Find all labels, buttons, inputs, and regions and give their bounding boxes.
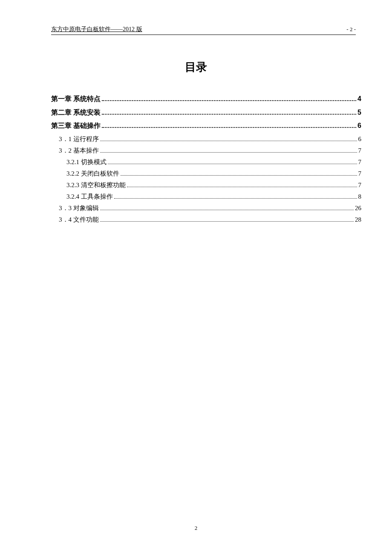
- toc-dots: [102, 122, 356, 128]
- toc-entry-label: 3.2.3 清空和板擦功能: [66, 180, 126, 190]
- toc-entry-label: 3．2 基本操作: [59, 145, 99, 156]
- toc-entry-label: 3．1 运行程序: [59, 134, 99, 144]
- toc-dots: [108, 159, 357, 164]
- toc-entry-label: 3.2.4 工具条操作: [66, 191, 113, 202]
- document-header: 东方中原电子白板软件——2012 版 - 2 -: [51, 26, 356, 35]
- toc-entry-page: 4: [357, 93, 361, 104]
- table-of-contents: 第一章 系统特点 4 第二章 系统安装 5 第三章 基础操作 6 3．1 运行程…: [51, 92, 361, 226]
- toc-entry: 第三章 基础操作 6: [51, 120, 361, 131]
- toc-entry-label: 第二章 系统安装: [51, 107, 101, 118]
- footer-page-number: 2: [0, 525, 392, 532]
- toc-entry-page: 7: [358, 157, 362, 167]
- toc-entry: 3．1 运行程序 6: [51, 134, 361, 144]
- toc-entry: 3．3 对象编辑 26: [51, 203, 361, 213]
- toc-entry-label: 3.2.2 关闭白板软件: [66, 168, 119, 179]
- toc-entry-page: 8: [358, 191, 362, 202]
- toc-entry: 第二章 系统安装 5: [51, 107, 361, 118]
- header-title: 东方中原电子白板软件——2012 版: [51, 26, 142, 33]
- toc-entry: 3.2.4 工具条操作 8: [51, 191, 361, 202]
- toc-dots: [100, 217, 354, 222]
- toc-dots: [102, 109, 356, 115]
- toc-dots: [100, 147, 357, 153]
- toc-entry-label: 第三章 基础操作: [51, 120, 101, 131]
- toc-entry-label: 3．4 文件功能: [59, 214, 99, 225]
- toc-entry: 3.2.2 关闭白板软件 7: [51, 168, 361, 179]
- toc-entry-page: 26: [355, 203, 361, 213]
- toc-entry: 3.2.3 清空和板擦功能 7: [51, 180, 361, 190]
- toc-entry-label: 3．3 对象编辑: [59, 203, 99, 213]
- toc-entry-label: 第一章 系统特点: [51, 93, 101, 104]
- toc-entry-page: 6: [358, 134, 362, 144]
- toc-dots: [100, 136, 357, 141]
- toc-dots: [121, 171, 357, 176]
- toc-entry-page: 28: [355, 214, 361, 225]
- header-page-indicator: - 2 -: [346, 26, 356, 33]
- toc-title: 目录: [0, 60, 392, 75]
- toc-dots: [100, 205, 354, 210]
- toc-dots: [127, 182, 357, 187]
- toc-entry: 3．2 基本操作 7: [51, 145, 361, 156]
- toc-entry: 3.2.1 切换模式 7: [51, 157, 361, 167]
- toc-entry-page: 6: [357, 120, 361, 131]
- toc-entry-page: 7: [358, 145, 362, 156]
- toc-entry-page: 7: [358, 180, 362, 190]
- toc-entry-page: 7: [358, 168, 362, 179]
- toc-dots: [102, 95, 356, 101]
- toc-entry: 第一章 系统特点 4: [51, 93, 361, 104]
- toc-entry-label: 3.2.1 切换模式: [66, 157, 107, 167]
- toc-entry: 3．4 文件功能 28: [51, 214, 361, 225]
- toc-dots: [114, 194, 357, 199]
- toc-entry-page: 5: [357, 107, 361, 118]
